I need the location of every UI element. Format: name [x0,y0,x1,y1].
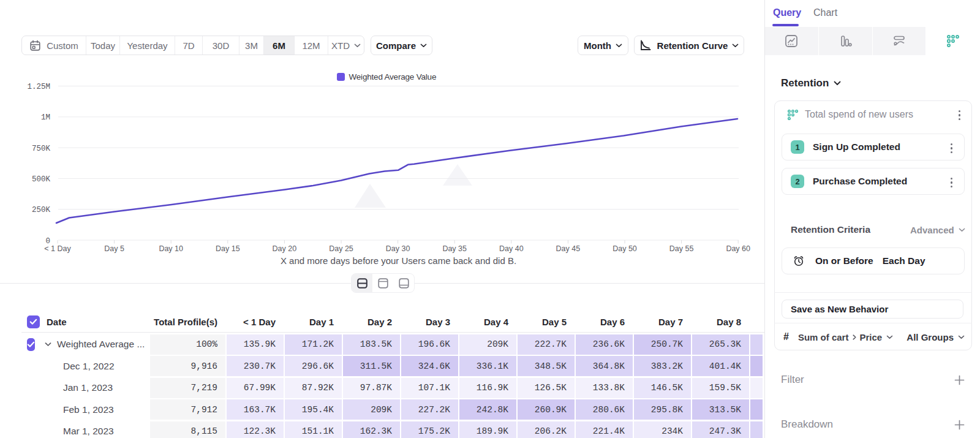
svg-text:Day 30: Day 30 [386,244,410,253]
svg-text:Day 20: Day 20 [273,244,297,253]
svg-text:Day 5: Day 5 [104,244,124,253]
svg-text:Day 15: Day 15 [216,244,240,253]
svg-text:Day 40: Day 40 [499,244,524,253]
svg-text:1M: 1M [41,113,50,122]
svg-text:Day 25: Day 25 [329,244,353,253]
svg-text:1.25M: 1.25M [27,83,50,91]
svg-text:< 1 Day: < 1 Day [44,244,71,253]
svg-text:250K: 250K [32,206,51,214]
svg-text:Day 60: Day 60 [726,244,750,253]
svg-text:Day 45: Day 45 [556,244,581,253]
svg-text:Day 55: Day 55 [669,244,694,253]
svg-text:Day 35: Day 35 [442,244,467,253]
svg-text:750K: 750K [32,145,51,153]
svg-text:500K: 500K [32,175,51,184]
svg-text:Day 10: Day 10 [159,244,183,253]
svg-text:Day 50: Day 50 [612,244,637,253]
